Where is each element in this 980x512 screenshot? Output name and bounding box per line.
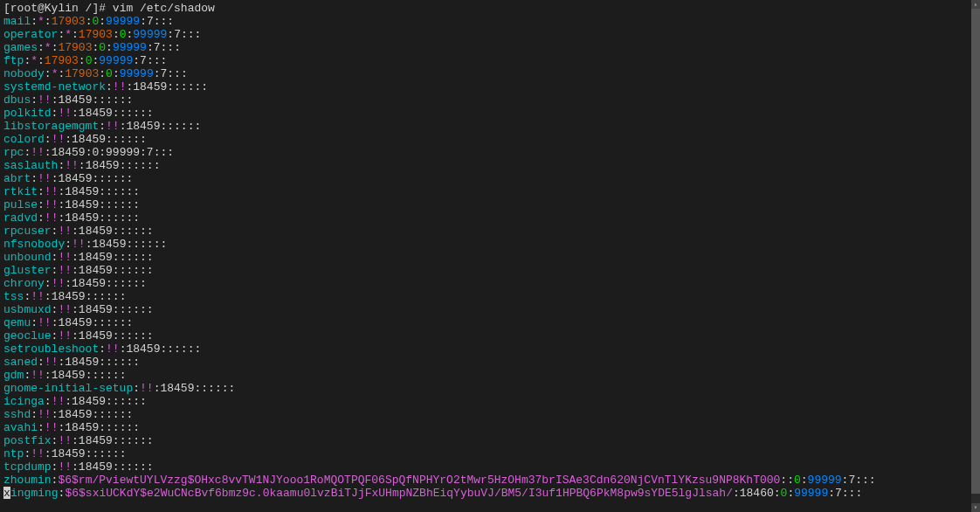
scrollbar[interactable]: ▴ ▾ <box>971 0 980 512</box>
shadow-entry: tss:!!:18459:::::: <box>3 290 968 303</box>
shadow-entry: pulse:!!:18459:::::: <box>3 198 968 211</box>
shadow-entry: rpcuser:!!:18459:::::: <box>3 225 968 238</box>
shadow-entry: operator:*:17903:0:99999:7::: <box>3 28 968 41</box>
shadow-entry: sshd:!!:18459:::::: <box>3 408 968 421</box>
shadow-entry: systemd-network:!!:18459:::::: <box>3 80 968 93</box>
shadow-hash-entry: zhoumin:$6$rm/PviewtUYLVzzg$OHxc8vvTW1NJ… <box>3 474 968 487</box>
shadow-hash-entry: xingming:$6$sxiUCKdY$e2WuCNcBvf6bmz9c.0k… <box>3 487 968 500</box>
shadow-entry: libstoragemgmt:!!:18459:::::: <box>3 120 968 133</box>
shadow-entry: tcpdump:!!:18459:::::: <box>3 460 968 474</box>
shadow-entry: nobody:*:17903:0:99999:7::: <box>3 67 968 80</box>
cursor: x <box>3 487 10 499</box>
shadow-entry: rtkit:!!:18459:::::: <box>3 185 968 198</box>
command-text: vim /etc/shadow <box>113 2 215 15</box>
shadow-entry: abrt:!!:18459:::::: <box>3 172 968 185</box>
shadow-entry: gluster:!!:18459:::::: <box>3 264 968 277</box>
shadow-entry: gdm:!!:18459:::::: <box>3 369 968 382</box>
shadow-entry: mail:*:17903:0:99999:7::: <box>3 15 968 28</box>
shadow-entry: games:*:17903:0:99999:7::: <box>3 41 968 54</box>
shadow-entry: ftp:*:17903:0:99999:7::: <box>3 54 968 67</box>
shadow-entry: ntp:!!:18459:::::: <box>3 447 968 460</box>
shadow-entry: radvd:!!:18459:::::: <box>3 211 968 225</box>
shadow-entry: nfsnobody:!!:18459:::::: <box>3 238 968 251</box>
shell-prompt: [root@Kylin /]# <box>3 2 113 15</box>
shadow-entry: dbus:!!:18459:::::: <box>3 93 968 107</box>
shadow-entry: usbmuxd:!!:18459:::::: <box>3 303 968 316</box>
shadow-entry: postfix:!!:18459:::::: <box>3 434 968 447</box>
shadow-entry: chrony:!!:18459:::::: <box>3 277 968 290</box>
scroll-up-arrow[interactable]: ▴ <box>971 0 980 9</box>
shadow-entry: rpc:!!:18459:0:99999:7::: <box>3 146 968 159</box>
terminal-output[interactable]: [root@Kylin /]# vim /etc/shadow mail:*:1… <box>0 0 971 512</box>
prompt-line: [root@Kylin /]# vim /etc/shadow <box>3 2 968 15</box>
shadow-entry: geoclue:!!:18459:::::: <box>3 329 968 342</box>
shadow-entry: gnome-initial-setup:!!:18459:::::: <box>3 382 968 395</box>
shadow-entry: polkitd:!!:18459:::::: <box>3 107 968 120</box>
shadow-entry: avahi:!!:18459:::::: <box>3 421 968 434</box>
shadow-entry: saned:!!:18459:::::: <box>3 356 968 369</box>
scroll-down-arrow[interactable]: ▾ <box>971 503 980 512</box>
shadow-entry: icinga:!!:18459:::::: <box>3 395 968 408</box>
shadow-entry: unbound:!!:18459:::::: <box>3 251 968 264</box>
shadow-entry: colord:!!:18459:::::: <box>3 133 968 146</box>
scroll-thumb[interactable] <box>971 9 980 494</box>
shadow-entry: saslauth:!!:18459:::::: <box>3 159 968 172</box>
shadow-entry: qemu:!!:18459:::::: <box>3 316 968 329</box>
shadow-entry: setroubleshoot:!!:18459:::::: <box>3 342 968 356</box>
